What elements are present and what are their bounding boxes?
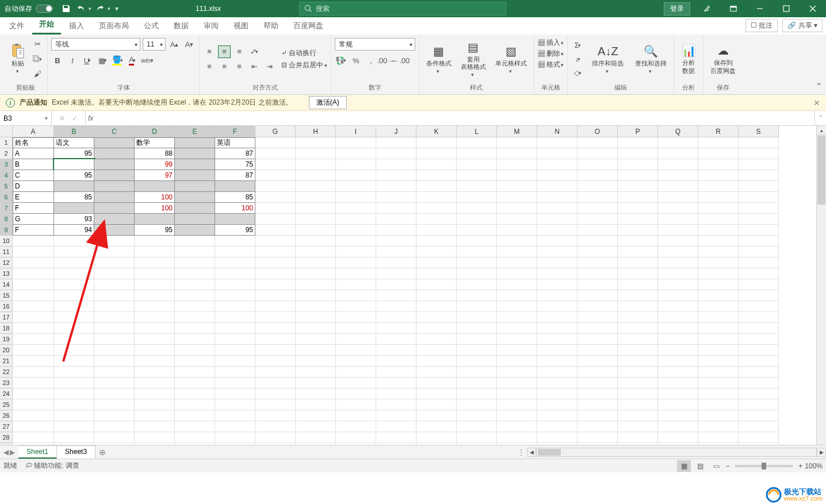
comma-icon[interactable]: , <box>365 54 377 67</box>
cell-L13[interactable] <box>457 268 497 279</box>
cell-P24[interactable] <box>618 388 658 399</box>
align-bottom-icon[interactable]: ≡ <box>233 45 246 58</box>
cell-H24[interactable] <box>296 388 336 399</box>
cell-O7[interactable] <box>578 203 618 214</box>
cell-G9[interactable] <box>255 225 296 236</box>
cell-K20[interactable] <box>416 345 457 356</box>
tab-help[interactable]: 帮助 <box>257 18 285 34</box>
cell-I13[interactable] <box>336 268 376 279</box>
cell-G13[interactable] <box>255 268 296 279</box>
scroll-up-icon[interactable]: ▴ <box>817 126 826 135</box>
cell-Q8[interactable] <box>658 214 698 225</box>
cell-D24[interactable] <box>135 388 175 399</box>
cell-O24[interactable] <box>578 388 618 399</box>
cell-R25[interactable] <box>698 399 739 410</box>
name-box[interactable]: B3▾ <box>0 111 52 125</box>
cell-K15[interactable] <box>416 290 457 301</box>
vertical-scrollbar[interactable]: ▴ <box>816 126 826 445</box>
font-size-combo[interactable]: 11 <box>143 38 166 51</box>
cell-M19[interactable] <box>497 334 537 345</box>
cell-L22[interactable] <box>457 367 497 378</box>
cell-D27[interactable] <box>135 421 175 432</box>
cell-J22[interactable] <box>376 367 416 378</box>
cell-F19[interactable] <box>215 334 255 345</box>
cell-I14[interactable] <box>336 279 376 290</box>
cell-P2[interactable] <box>618 148 658 159</box>
cell-E28[interactable] <box>175 432 215 443</box>
cell-E20[interactable] <box>175 345 215 356</box>
cell-C29[interactable] <box>94 443 135 445</box>
mic-icon[interactable] <box>694 0 720 17</box>
cell-Q18[interactable] <box>658 323 698 334</box>
cell-A25[interactable] <box>13 399 54 410</box>
cell-O19[interactable] <box>578 334 618 345</box>
cell-G24[interactable] <box>255 388 296 399</box>
cell-Q12[interactable] <box>658 257 698 268</box>
cell-K2[interactable] <box>416 148 457 159</box>
cell-H17[interactable] <box>296 312 336 323</box>
cell-B1[interactable]: 语文 <box>54 137 94 148</box>
cell-O23[interactable] <box>578 378 618 388</box>
cell-K19[interactable] <box>416 334 457 345</box>
cell-J13[interactable] <box>376 268 416 279</box>
insert-cells-button[interactable]: ▦ 插入 ▾ <box>538 38 564 48</box>
cell-B27[interactable] <box>54 421 94 432</box>
cell-H25[interactable] <box>296 399 336 410</box>
cell-M26[interactable] <box>497 410 537 421</box>
cell-R17[interactable] <box>698 312 739 323</box>
cell-A27[interactable] <box>13 421 54 432</box>
cell-S12[interactable] <box>739 257 779 268</box>
redo-icon[interactable] <box>94 2 106 15</box>
tab-file[interactable]: 文件 <box>2 18 31 34</box>
cell-J6[interactable] <box>376 192 416 203</box>
cell-J1[interactable] <box>376 137 416 148</box>
cell-K21[interactable] <box>416 356 457 367</box>
cell-K3[interactable] <box>416 159 457 170</box>
cell-G1[interactable] <box>255 137 296 148</box>
cell-Q25[interactable] <box>658 399 698 410</box>
cell-N10[interactable] <box>537 236 578 247</box>
align-right-icon[interactable]: ≡ <box>233 60 246 73</box>
cell-F17[interactable] <box>215 312 255 323</box>
cell-L21[interactable] <box>457 356 497 367</box>
cell-P22[interactable] <box>618 367 658 378</box>
cell-S5[interactable] <box>739 181 779 192</box>
cell-K14[interactable] <box>416 279 457 290</box>
cell-H18[interactable] <box>296 323 336 334</box>
cell-E29[interactable] <box>175 443 215 445</box>
cell-J10[interactable] <box>376 236 416 247</box>
cell-C26[interactable] <box>94 410 135 421</box>
cell-I18[interactable] <box>336 323 376 334</box>
minimize-icon[interactable] <box>747 0 773 17</box>
cell-P14[interactable] <box>618 279 658 290</box>
cell-A17[interactable] <box>13 312 54 323</box>
cell-M29[interactable] <box>497 443 537 445</box>
cell-S15[interactable] <box>739 290 779 301</box>
cell-K26[interactable] <box>416 410 457 421</box>
decrease-indent-icon[interactable]: ⇤ <box>248 60 261 73</box>
scroll-right-icon[interactable]: ▶ <box>817 448 826 457</box>
cell-I8[interactable] <box>336 214 376 225</box>
accessibility-status[interactable]: 🗭 辅助功能: 调查 <box>25 461 79 471</box>
cell-J7[interactable] <box>376 203 416 214</box>
row-header-27[interactable]: 27 <box>0 421 13 432</box>
cell-Q15[interactable] <box>658 290 698 301</box>
borders-icon[interactable]: ▦▾ <box>96 54 109 67</box>
cell-R22[interactable] <box>698 367 739 378</box>
cell-J12[interactable] <box>376 257 416 268</box>
cell-D29[interactable] <box>135 443 175 445</box>
cell-S10[interactable] <box>739 236 779 247</box>
cell-Q7[interactable] <box>658 203 698 214</box>
cell-K24[interactable] <box>416 388 457 399</box>
cell-I19[interactable] <box>336 334 376 345</box>
row-header-26[interactable]: 26 <box>0 410 13 421</box>
cell-L8[interactable] <box>457 214 497 225</box>
cell-J21[interactable] <box>376 356 416 367</box>
cell-J19[interactable] <box>376 334 416 345</box>
cell-R26[interactable] <box>698 410 739 421</box>
cell-L1[interactable] <box>457 137 497 148</box>
cell-J8[interactable] <box>376 214 416 225</box>
row-header-19[interactable]: 19 <box>0 334 13 345</box>
cell-S17[interactable] <box>739 312 779 323</box>
cell-D26[interactable] <box>135 410 175 421</box>
